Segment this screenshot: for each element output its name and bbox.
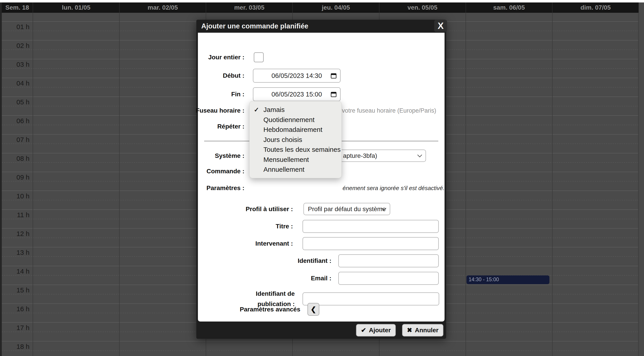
hour-label: 04 h <box>2 79 30 87</box>
cancel-button[interactable]: ✖ Annuler <box>402 324 444 336</box>
dialog-title: Ajouter une commande planifiée <box>196 22 308 30</box>
start-datetime-input[interactable]: 06/05/2023 14:30 <box>253 69 340 83</box>
day-header-fri[interactable]: ven. 05/05 <box>379 3 466 13</box>
dialog-titlebar: Ajouter une commande planifiée X <box>196 20 446 33</box>
repeat-option-mensuellement[interactable]: Mensuellement <box>250 155 342 164</box>
params-disabled-note: énement sera ignorée s'il est désactivé. <box>342 185 444 192</box>
end-label: Fin : <box>231 91 244 98</box>
day-header-sat[interactable]: sam. 06/05 <box>466 3 552 13</box>
repeat-option-annuellement[interactable]: Annuellement <box>250 164 342 174</box>
advanced-params-toggle-button[interactable]: ❮ <box>308 303 319 316</box>
all-day-label: Jour entier : <box>208 54 244 61</box>
title-input[interactable] <box>302 220 439 233</box>
repeat-dropdown-popup: ✓ Jamais Quotidiennement Hebdomadairemen… <box>249 101 342 178</box>
calendar-header-row: Sem. 18 lun. 01/05 mar. 02/05 mer. 03/05… <box>2 3 639 13</box>
calendar-picker-icon[interactable] <box>330 72 337 79</box>
intervenant-input[interactable] <box>302 237 439 250</box>
repeat-label: Répéter : <box>217 123 244 130</box>
hour-label: 18 h <box>2 343 30 350</box>
calendar-picker-icon[interactable] <box>330 91 337 98</box>
publication-id-input[interactable] <box>302 292 439 305</box>
selected-check-icon: ✓ <box>250 106 264 113</box>
title-field-label: Titre : <box>276 223 293 230</box>
day-header-sun[interactable]: dim. 07/05 <box>552 3 639 13</box>
system-label: Système : <box>215 152 244 159</box>
end-datetime-value: 06/05/2023 15:00 <box>272 91 322 98</box>
hour-label: 10 h <box>2 192 30 200</box>
day-column-border <box>638 13 639 356</box>
chevron-down-icon <box>417 154 422 157</box>
page-top-strip <box>0 0 644 3</box>
hour-label: 02 h <box>2 42 30 50</box>
day-header-tue[interactable]: mar. 02/05 <box>119 3 206 13</box>
hour-label: 14 h <box>2 268 30 275</box>
hour-label: 03 h <box>2 61 30 68</box>
dialog-body: Jour entier : Début : 06/05/2023 14:30 F… <box>198 33 444 321</box>
page: Sem. 18 lun. 01/05 mar. 02/05 mer. 03/05… <box>0 0 644 356</box>
repeat-option-toutes-les-deux-semaines[interactable]: Toutes les deux semaines <box>250 145 342 154</box>
hour-label: 07 h <box>2 136 30 143</box>
hour-line <box>2 341 639 341</box>
day-header-thu[interactable]: jeu. 04/05 <box>292 3 379 13</box>
hour-label: 01 h <box>2 23 30 31</box>
day-column-border <box>552 13 552 356</box>
hour-label: 12 h <box>2 230 30 238</box>
params-label: Paramètres : <box>206 185 244 192</box>
hour-label: 05 h <box>2 98 30 106</box>
x-icon: ✖ <box>407 326 412 334</box>
dialog-footer: ✔ Ajouter ✖ Annuler <box>196 321 446 339</box>
hour-label: 17 h <box>2 324 30 332</box>
close-button[interactable]: X <box>434 20 447 32</box>
profile-select-value: Profil par défaut du système <box>308 206 386 213</box>
check-icon: ✔ <box>361 326 366 334</box>
timezone-label: Fuseau horaire : <box>196 107 244 114</box>
email-label: Email : <box>311 275 332 282</box>
day-column-border <box>466 13 466 356</box>
hour-label: 13 h <box>2 249 30 256</box>
hour-label: 08 h <box>2 155 30 162</box>
repeat-option-jours-choisis[interactable]: Jours choisis <box>250 135 342 145</box>
left-scroll-strip[interactable] <box>0 3 2 356</box>
add-button[interactable]: ✔ Ajouter <box>356 324 396 336</box>
hour-label: 16 h <box>2 305 30 313</box>
email-input[interactable] <box>338 272 439 285</box>
hour-label: 15 h <box>2 286 30 294</box>
intervenant-label: Intervenant : <box>255 240 293 247</box>
profile-select[interactable]: Profil par défaut du système <box>304 203 390 215</box>
day-column-border <box>33 13 33 356</box>
day-column-border <box>119 13 120 356</box>
repeat-option-hebdomadairement[interactable]: Hebdomadairement <box>250 125 342 134</box>
day-header-wed[interactable]: mer. 03/05 <box>206 3 292 13</box>
hour-label: 06 h <box>2 117 30 125</box>
add-scheduled-command-dialog: Ajouter une commande planifiée X Jour en… <box>196 20 446 339</box>
hour-label: 09 h <box>2 173 30 181</box>
identifiant-input[interactable] <box>338 254 439 267</box>
half-hour-line <box>2 350 639 351</box>
calendar-event-14-30[interactable]: 14:30 - 15:00 <box>466 275 550 284</box>
week-number-cell: Sem. 18 <box>2 3 33 13</box>
repeat-option-jamais[interactable]: ✓ Jamais <box>250 105 342 115</box>
system-select-value: apture-3bfa) <box>343 152 377 159</box>
end-datetime-input[interactable]: 06/05/2023 15:00 <box>253 87 340 101</box>
chevron-down-icon <box>381 208 386 211</box>
advanced-params-label: Paramètres avancés <box>240 306 300 313</box>
hour-label: 11 h <box>2 211 30 219</box>
start-datetime-value: 06/05/2023 14:30 <box>272 72 322 79</box>
profile-label: Profil à utiliser : <box>246 206 293 213</box>
publication-id-label-line1: Identifiant de <box>256 290 295 297</box>
repeat-option-quotidiennement[interactable]: Quotidiennement <box>250 115 342 125</box>
identifiant-label: Identifiant : <box>298 257 332 264</box>
command-label: Commande : <box>206 168 244 175</box>
day-header-mon[interactable]: lun. 01/05 <box>33 3 119 13</box>
all-day-checkbox[interactable] <box>254 52 264 62</box>
start-label: Début : <box>223 72 244 79</box>
